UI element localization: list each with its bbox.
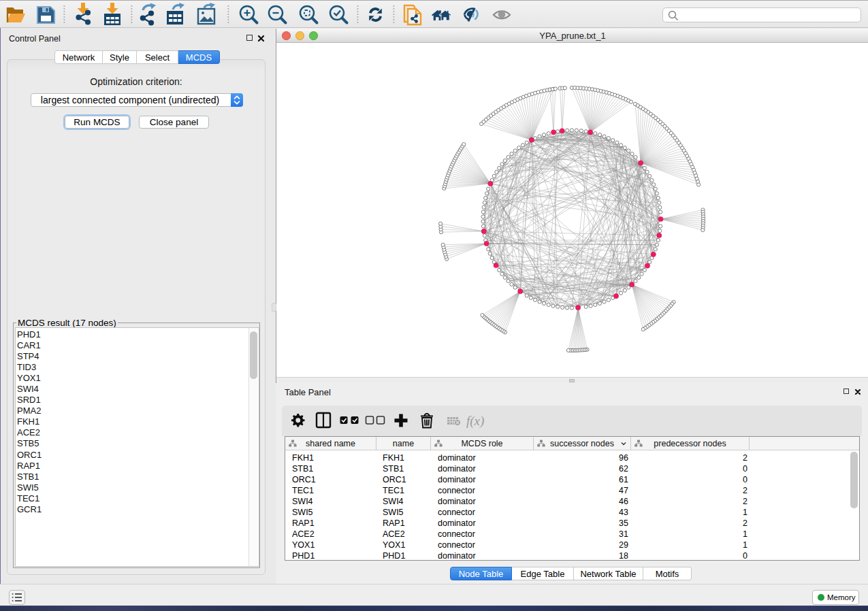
svg-text:f(x): f(x) [466, 414, 484, 429]
